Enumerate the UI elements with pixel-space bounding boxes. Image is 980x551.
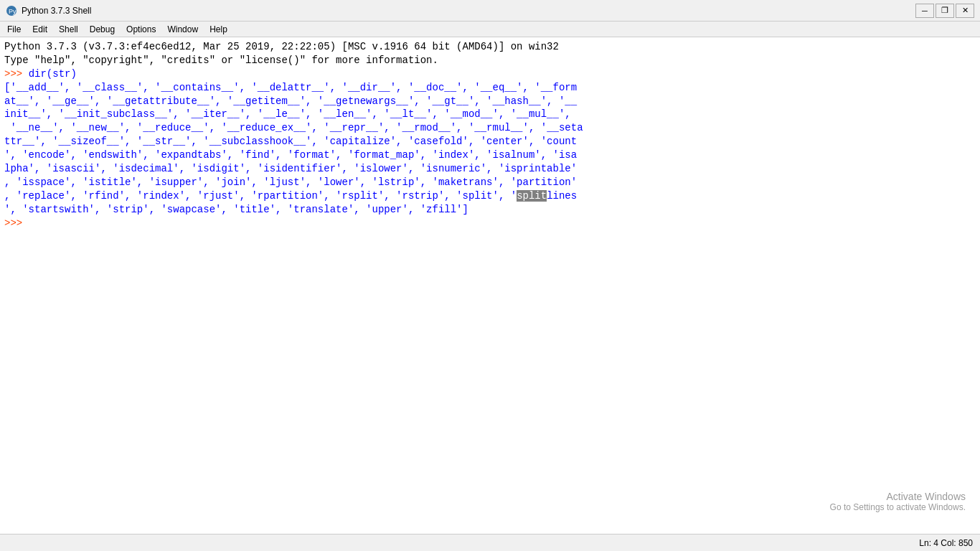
command-prompt-1: >>> dir(str) — [4, 67, 976, 81]
output-line-10: ', 'startswith', 'strip', 'swapcase', 't… — [4, 203, 976, 217]
status-position: Ln: 4 Col: 850 — [919, 538, 973, 548]
menu-shell[interactable]: Shell — [53, 23, 84, 36]
header-line-2: Type "help", "copyright", "credits" or "… — [4, 54, 976, 67]
prompt-arrow-2: >>> — [4, 217, 22, 229]
split-highlight: split — [517, 190, 547, 202]
status-bar: Ln: 4 Col: 850 — [0, 534, 980, 551]
output-line-5: ttr__', '__sizeof__', '__str__', '__subc… — [4, 135, 976, 149]
title-bar: Py Python 3.7.3 Shell ─ ❐ ✕ — [0, 0, 980, 22]
menu-edit[interactable]: Edit — [27, 23, 53, 36]
activate-windows-title: Activate Windows — [830, 491, 966, 502]
output-line-6: ', 'encode', 'endswith', 'expandtabs', '… — [4, 149, 976, 162]
prompt-arrow-1: >>> — [4, 68, 22, 80]
close-button[interactable]: ✕ — [956, 4, 974, 18]
svg-text:Py: Py — [9, 8, 17, 15]
minimize-button[interactable]: ─ — [915, 4, 934, 18]
menu-window[interactable]: Window — [161, 23, 204, 36]
prompt-space — [22, 68, 28, 80]
menu-file[interactable]: File — [1, 23, 27, 36]
activate-windows-watermark: Activate Windows Go to Settings to activ… — [830, 491, 966, 512]
command-prompt-2: >>> — [4, 217, 976, 230]
shell-content[interactable]: Python 3.7.3 (v3.7.3:ef4ec6ed12, Mar 25 … — [0, 37, 980, 534]
output-line-4: '__ne__', '__new__', '__reduce__', '__re… — [4, 121, 976, 135]
output-line-2: at__', '__ge__', '__getattribute__', '__… — [4, 95, 976, 108]
python-icon: Py — [6, 5, 17, 17]
output-line-1: ['__add__', '__class__', '__contains__',… — [4, 81, 976, 95]
menu-bar: File Edit Shell Debug Options Window Hel… — [0, 22, 980, 37]
title-bar-controls: ─ ❐ ✕ — [915, 4, 974, 18]
output-line-9: , 'replace', 'rfind', 'rindex', 'rjust',… — [4, 189, 976, 203]
title-bar-title: Python 3.7.3 Shell — [22, 6, 91, 16]
output-line-7: lpha', 'isascii', 'isdecimal', 'isdigit'… — [4, 162, 976, 176]
menu-options[interactable]: Options — [121, 23, 161, 36]
output-line-3: init__', '__init_subclass__', '__iter__'… — [4, 108, 976, 121]
header-line-1: Python 3.7.3 (v3.7.3:ef4ec6ed12, Mar 25 … — [4, 40, 976, 54]
restore-button[interactable]: ❐ — [936, 4, 954, 18]
title-bar-left: Py Python 3.7.3 Shell — [6, 5, 91, 17]
menu-debug[interactable]: Debug — [84, 23, 121, 36]
prompt-cursor — [22, 217, 28, 229]
command-1: dir(str) — [29, 68, 77, 80]
output-line-8: , 'isspace', 'istitle', 'isupper', 'join… — [4, 176, 976, 189]
menu-help[interactable]: Help — [204, 23, 233, 36]
activate-windows-subtitle: Go to Settings to activate Windows. — [830, 502, 966, 512]
